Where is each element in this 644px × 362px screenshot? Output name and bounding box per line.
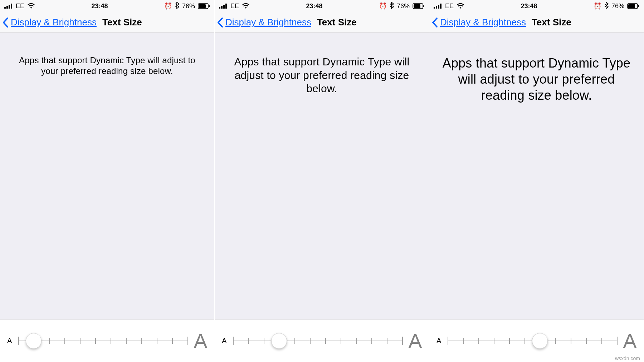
svg-rect-7 <box>219 7 220 9</box>
text-size-slider[interactable] <box>18 330 187 352</box>
status-bar: EE 23:48 ⏰ 76% <box>0 0 214 12</box>
bluetooth-icon <box>175 2 179 11</box>
wifi-icon <box>242 3 250 9</box>
clock: 23:48 <box>306 3 322 10</box>
slider-thumb[interactable] <box>26 333 42 349</box>
bluetooth-icon <box>390 2 394 11</box>
svg-rect-15 <box>436 6 437 9</box>
battery-icon <box>627 3 639 9</box>
text-size-slider-bar: A A <box>429 319 644 362</box>
text-size-slider-bar: A A <box>0 319 214 362</box>
phone-screen-1: EE 23:48 ⏰ 76% <box>0 0 215 362</box>
status-bar: EE 23:48 ⏰ 76% <box>215 0 429 12</box>
svg-rect-16 <box>438 5 439 9</box>
svg-rect-19 <box>628 4 635 8</box>
status-bar: EE 23:48 ⏰ 76% <box>429 0 644 12</box>
text-size-slider[interactable] <box>233 330 402 352</box>
text-size-slider-bar: A A <box>215 319 429 362</box>
svg-rect-9 <box>223 5 225 9</box>
back-button[interactable]: Display & Brightness <box>225 17 311 28</box>
alarm-icon: ⏰ <box>164 2 172 10</box>
carrier-label: EE <box>445 3 454 10</box>
bluetooth-icon <box>604 2 609 11</box>
svg-rect-17 <box>440 4 441 9</box>
wifi-icon <box>27 3 35 9</box>
battery-pct: 76% <box>611 3 624 10</box>
chevron-left-icon[interactable] <box>217 17 224 28</box>
description-text: Apps that support Dynamic Type will adju… <box>12 55 202 76</box>
chevron-left-icon[interactable] <box>2 17 9 28</box>
text-size-slider[interactable] <box>448 330 616 352</box>
description-text: Apps that support Dynamic Type will adju… <box>227 55 417 95</box>
svg-rect-10 <box>225 4 227 9</box>
watermark: wsxdn.com <box>615 356 640 361</box>
page-title: Text Size <box>532 17 571 28</box>
slider-max-label: A <box>409 329 422 352</box>
back-button[interactable]: Display & Brightness <box>11 17 97 28</box>
svg-rect-12 <box>414 4 420 8</box>
slider-max-label: A <box>194 329 207 352</box>
signal-icon <box>4 4 13 9</box>
carrier-label: EE <box>16 3 24 10</box>
slider-min-label: A <box>7 337 12 345</box>
nav-bar: Display & Brightness Text Size <box>215 12 429 33</box>
svg-rect-0 <box>4 7 6 9</box>
svg-rect-3 <box>11 4 12 9</box>
slider-thumb[interactable] <box>532 333 548 349</box>
svg-rect-1 <box>6 6 8 9</box>
chevron-left-icon[interactable] <box>431 17 439 28</box>
battery-pct: 76% <box>182 3 195 10</box>
battery-pct: 76% <box>397 3 410 10</box>
svg-rect-2 <box>9 5 10 9</box>
back-button[interactable]: Display & Brightness <box>440 17 526 28</box>
page-title: Text Size <box>102 17 142 28</box>
battery-icon <box>413 3 425 9</box>
svg-rect-14 <box>434 7 435 9</box>
slider-min-label: A <box>222 337 226 345</box>
wifi-icon <box>457 3 464 9</box>
nav-bar: Display & Brightness Text Size <box>429 12 644 33</box>
signal-icon <box>219 4 228 9</box>
phone-screen-3: EE 23:48 ⏰ 76% <box>429 0 644 362</box>
signal-icon <box>434 4 442 9</box>
svg-rect-13 <box>423 5 424 7</box>
description-text: Apps that support Dynamic Type will adju… <box>441 55 631 103</box>
slider-min-label: A <box>436 337 441 345</box>
svg-rect-20 <box>638 5 639 7</box>
clock: 23:48 <box>91 3 108 10</box>
slider-max-label: A <box>623 329 636 352</box>
slider-thumb[interactable] <box>271 333 287 349</box>
svg-rect-8 <box>221 6 223 9</box>
carrier-label: EE <box>230 3 239 10</box>
clock: 23:48 <box>521 3 537 10</box>
alarm-icon: ⏰ <box>379 2 387 10</box>
alarm-icon: ⏰ <box>594 2 601 10</box>
svg-rect-6 <box>209 5 210 7</box>
battery-icon <box>198 3 210 9</box>
page-title: Text Size <box>317 17 357 28</box>
svg-rect-5 <box>199 4 206 8</box>
nav-bar: Display & Brightness Text Size <box>0 12 214 33</box>
phone-screen-2: EE 23:48 ⏰ 76% <box>215 0 429 362</box>
